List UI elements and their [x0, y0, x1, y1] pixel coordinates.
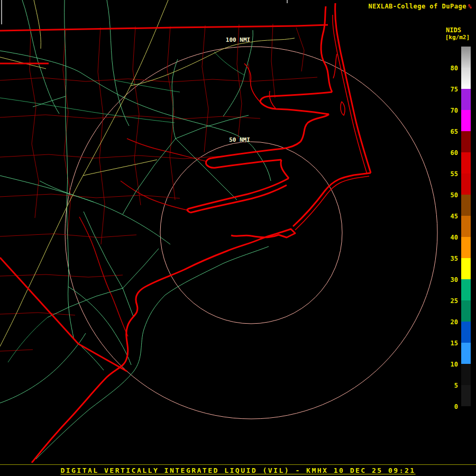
colorbar-color-block: [461, 68, 471, 89]
colorbar-segment: 5: [439, 364, 471, 385]
units-label: [kg/m2]: [445, 34, 470, 41]
colorbar-segment: 20: [439, 300, 471, 322]
colorbar-segment: 65: [439, 110, 471, 131]
colorbar-color-block: [461, 173, 471, 195]
colorbar-segment: 10: [439, 343, 471, 364]
colorbar-segment: 40: [439, 216, 471, 237]
colorbar-color-block: [461, 110, 471, 131]
range-ring-label-100nmi: 100 NMI: [218, 36, 258, 43]
colorbar-color-block: [461, 216, 471, 237]
radar-display: NEXLAB-College of DuPage% NIDS [kg/m2] 1…: [0, 0, 476, 476]
colorbar-color-block: [461, 300, 471, 322]
colorbar-color-block: [461, 385, 471, 406]
colorbar-segment: 80: [439, 47, 471, 68]
colorbar-color-block: [461, 152, 471, 173]
colorbar-color-block: [461, 47, 471, 68]
colorbar-tick-label: 0: [454, 403, 458, 410]
brand-text: NEXLAB-College of DuPage: [368, 3, 466, 10]
footer-caption-bar: DIGITAL VERTICALLY INTEGRATED LIQUID (VI…: [0, 464, 476, 474]
colorbar-segment: 70: [439, 89, 471, 110]
colorbar: 80757065605550454035302520151050: [439, 47, 471, 406]
colorbar-color-block: [461, 258, 471, 279]
colorbar-color-block: [461, 89, 471, 110]
colorbar-segment: 35: [439, 237, 471, 258]
colorbar-segment: 55: [439, 152, 471, 173]
colorbar-color-block: [461, 364, 471, 385]
colorbar-segment: 0: [439, 385, 471, 406]
header-brand: NEXLAB-College of DuPage%: [368, 3, 472, 10]
cod-logo-icon: %: [468, 3, 472, 10]
product-label: NIDS: [446, 26, 461, 34]
colorbar-segment: 15: [439, 322, 471, 343]
colorbar-segment: 30: [439, 258, 471, 279]
range-rings: [65, 47, 437, 419]
roads-primary: [0, 0, 271, 459]
coastline: [32, 3, 371, 463]
range-ring-label-50nmi: 50 NMI: [223, 136, 256, 143]
colorbar-segment: 75: [439, 68, 471, 89]
colorbar-color-block: [461, 131, 471, 152]
colorbar-color-block: [461, 237, 471, 258]
footer-caption: DIGITAL VERTICALLY INTEGRATED LIQUID (VI…: [0, 466, 476, 474]
colorbar-color-block: [461, 343, 471, 364]
colorbar-segment: 50: [439, 173, 471, 195]
colorbar-segment: 60: [439, 131, 471, 152]
colorbar-color-block: [461, 195, 471, 216]
radar-map-canvas: [0, 0, 476, 463]
colorbar-color-block: [461, 279, 471, 300]
frame-ticks: [2, 0, 287, 24]
colorbar-color-block: [461, 322, 471, 343]
colorbar-segment: 25: [439, 279, 471, 300]
footer-divider: [0, 464, 476, 465]
colorbar-segment: 45: [439, 195, 471, 216]
